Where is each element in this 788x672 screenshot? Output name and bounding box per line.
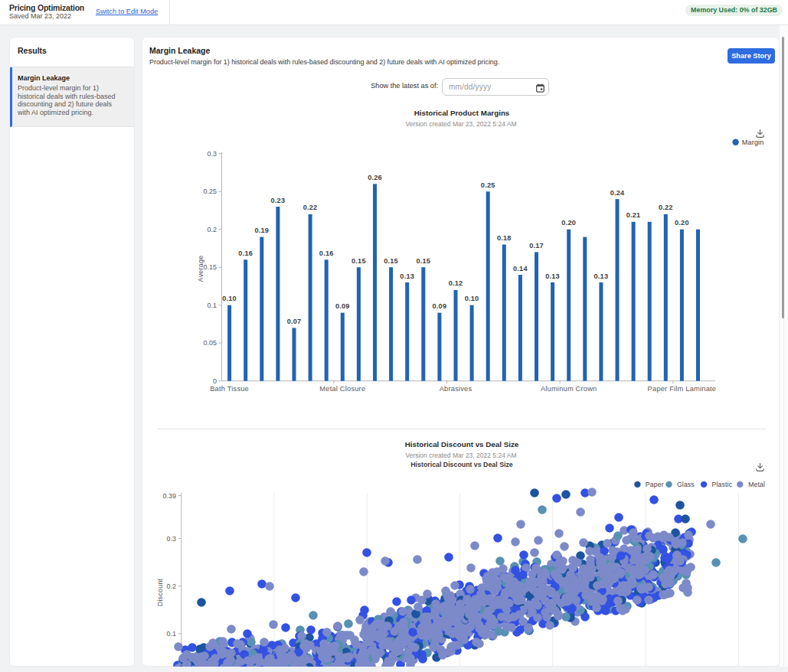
svg-text:0.26: 0.26 <box>368 174 382 181</box>
svg-text:0.10: 0.10 <box>465 295 479 302</box>
svg-text:0.13: 0.13 <box>594 272 609 280</box>
svg-text:Historical Product Margins: Historical Product Margins <box>414 109 510 117</box>
svg-text:Margin: Margin <box>742 139 764 146</box>
svg-text:0.2: 0.2 <box>207 226 217 233</box>
svg-text:Metal Closure: Metal Closure <box>319 385 365 393</box>
svg-text:0.39: 0.39 <box>162 492 176 500</box>
svg-text:0.24: 0.24 <box>610 189 625 197</box>
svg-text:Paper Film Laminate: Paper Film Laminate <box>648 385 717 393</box>
svg-text:Version created Mar 23, 2022 5: Version created Mar 23, 2022 5:24 AM <box>405 452 516 459</box>
svg-text:0.22: 0.22 <box>659 204 673 211</box>
svg-text:0.3: 0.3 <box>166 535 176 543</box>
svg-text:Glass: Glass <box>677 481 695 488</box>
svg-text:0.07: 0.07 <box>287 318 302 325</box>
svg-text:0: 0 <box>213 377 217 385</box>
svg-text:Abrasives: Abrasives <box>440 385 472 393</box>
svg-text:0.20: 0.20 <box>561 219 576 227</box>
svg-text:0.21: 0.21 <box>626 211 641 219</box>
svg-text:0.15: 0.15 <box>384 257 398 265</box>
svg-text:0.13: 0.13 <box>400 272 414 280</box>
svg-text:0.09: 0.09 <box>335 302 350 310</box>
svg-text:0.2: 0.2 <box>166 582 176 590</box>
svg-text:0.15: 0.15 <box>416 257 430 265</box>
svg-text:0.25: 0.25 <box>203 188 217 195</box>
svg-text:0.15: 0.15 <box>351 257 366 265</box>
svg-text:Version created Mar 23, 2022 5: Version created Mar 23, 2022 5:24 AM <box>405 120 516 128</box>
svg-text:Discount: Discount <box>156 578 164 606</box>
svg-text:0.1: 0.1 <box>166 630 176 638</box>
svg-text:0.09: 0.09 <box>433 302 447 310</box>
svg-text:0.18: 0.18 <box>497 234 512 242</box>
svg-text:0.23: 0.23 <box>271 197 286 204</box>
svg-text:0.16: 0.16 <box>238 250 253 257</box>
svg-text:0.17: 0.17 <box>529 242 544 250</box>
svg-text:0.12: 0.12 <box>449 279 463 287</box>
svg-text:0.05: 0.05 <box>203 339 217 347</box>
svg-text:Paper: Paper <box>646 481 664 488</box>
svg-text:Metal: Metal <box>748 481 765 488</box>
svg-text:0.20: 0.20 <box>675 219 689 227</box>
svg-text:0.10: 0.10 <box>222 295 237 302</box>
svg-text:0.15: 0.15 <box>203 263 217 271</box>
svg-text:0.1: 0.1 <box>207 302 217 309</box>
svg-text:0.13: 0.13 <box>545 272 560 280</box>
svg-text:0.14: 0.14 <box>513 265 528 272</box>
svg-text:0.25: 0.25 <box>481 181 495 189</box>
svg-text:Bath Tissue: Bath Tissue <box>210 385 249 393</box>
svg-text:0.16: 0.16 <box>319 250 334 257</box>
svg-text:Historical Discount vs Deal Si: Historical Discount vs Deal Size <box>410 461 513 468</box>
svg-text:Historical Discount vs Deal Si: Historical Discount vs Deal Size <box>405 440 519 449</box>
svg-text:Plastic: Plastic <box>712 481 733 488</box>
svg-text:0.22: 0.22 <box>303 204 318 211</box>
svg-text:0.19: 0.19 <box>254 227 269 234</box>
svg-text:0.3: 0.3 <box>207 150 217 158</box>
svg-text:Aluminum Crown: Aluminum Crown <box>541 385 597 393</box>
svg-text:Average: Average <box>197 256 204 282</box>
